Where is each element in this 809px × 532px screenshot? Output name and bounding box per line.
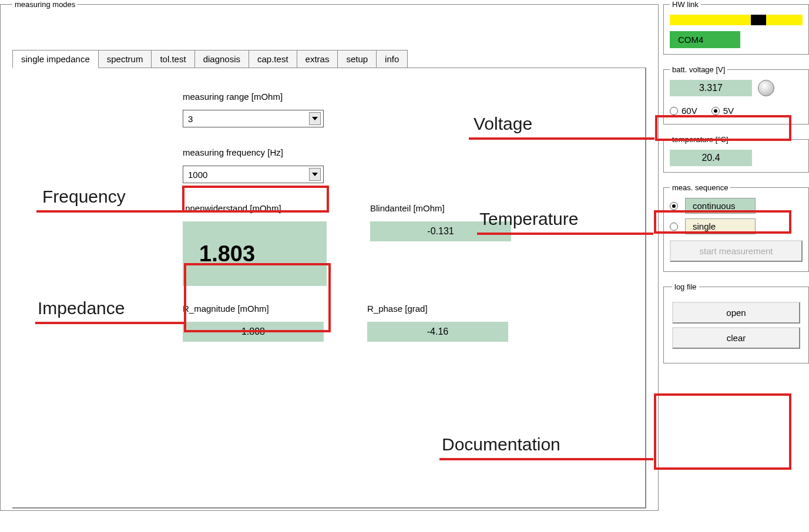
com-port-display: COM4 — [670, 31, 740, 48]
hw-link-indicator — [670, 15, 803, 25]
tab-setup[interactable]: setup — [337, 50, 377, 68]
innenwiderstand-value: 1.803 — [183, 221, 327, 286]
log-file-legend: log file — [672, 282, 699, 291]
range-value: 3 — [188, 114, 193, 124]
tab-extras[interactable]: extras — [297, 50, 338, 68]
rphase-label: R_phase [grad] — [367, 304, 508, 314]
batt-voltage-group: batt. voltage [V] 3.317 60V 5V — [663, 65, 809, 124]
innenwiderstand-label: Innenwiderstand [mOhm] — [183, 203, 327, 213]
annotation-impedance: Impedance — [38, 298, 125, 318]
rphase-value: -4.16 — [367, 322, 508, 342]
annotation-documentation: Documentation — [442, 435, 560, 454]
tab-single-impedance[interactable]: single impedance — [12, 50, 99, 68]
tab-tol-test[interactable]: tol.test — [151, 50, 194, 68]
chevron-down-icon — [309, 112, 321, 125]
radio-60v-label: 60V — [682, 106, 697, 116]
batt-voltage-legend: batt. voltage [V] — [670, 65, 727, 74]
status-led-icon — [758, 80, 774, 96]
meas-sequence-legend: meas. sequence — [670, 183, 730, 192]
freq-label: measuring frequency [Hz] — [183, 147, 627, 157]
tab-spectrum[interactable]: spectrum — [98, 50, 152, 68]
temperature-group: temperature [°C] 20.4 — [663, 135, 809, 173]
radio-single[interactable] — [670, 223, 678, 231]
annotation-frequency: Frequency — [42, 187, 126, 207]
chevron-down-icon — [309, 168, 321, 181]
continuous-label: continuous — [685, 198, 756, 214]
radio-5v-label: 5V — [723, 106, 734, 116]
radio-60v[interactable] — [670, 107, 678, 115]
tab-info[interactable]: info — [376, 50, 408, 68]
tab-diagnosis[interactable]: diagnosis — [194, 50, 249, 68]
radio-continuous[interactable] — [670, 202, 678, 210]
batt-voltage-value: 3.317 — [670, 80, 752, 96]
tab-cap-test[interactable]: cap.test — [249, 50, 297, 68]
annotation-voltage: Voltage — [474, 114, 532, 134]
measuring-modes-legend: measuring modes — [12, 0, 78, 9]
meas-sequence-group: meas. sequence continuous single start m… — [663, 183, 809, 272]
hw-link-group: HW link COM4 — [663, 0, 809, 55]
log-file-group: log file open clear — [663, 282, 809, 363]
single-label: single — [685, 218, 756, 234]
temperature-legend: temperature [°C] — [670, 135, 731, 144]
range-dropdown[interactable]: 3 — [183, 110, 324, 127]
rmagnitude-value: 1.808 — [183, 322, 324, 342]
annotation-temperature: Temperature — [479, 209, 578, 229]
radio-5v[interactable] — [711, 107, 720, 115]
open-button[interactable]: open — [672, 302, 800, 324]
hw-link-legend: HW link — [670, 0, 701, 9]
clear-button[interactable]: clear — [672, 327, 800, 349]
freq-dropdown[interactable]: 1000 — [183, 166, 324, 183]
rmagnitude-label: R_magnitude [mOhm] — [183, 304, 324, 314]
start-measurement-button[interactable]: start measurement — [670, 240, 803, 262]
freq-value: 1000 — [188, 170, 207, 180]
tab-strip: single impedance spectrum tol.test diagn… — [12, 50, 646, 68]
range-label: measuring range [mOhm] — [183, 92, 627, 102]
temperature-value: 20.4 — [670, 150, 752, 166]
